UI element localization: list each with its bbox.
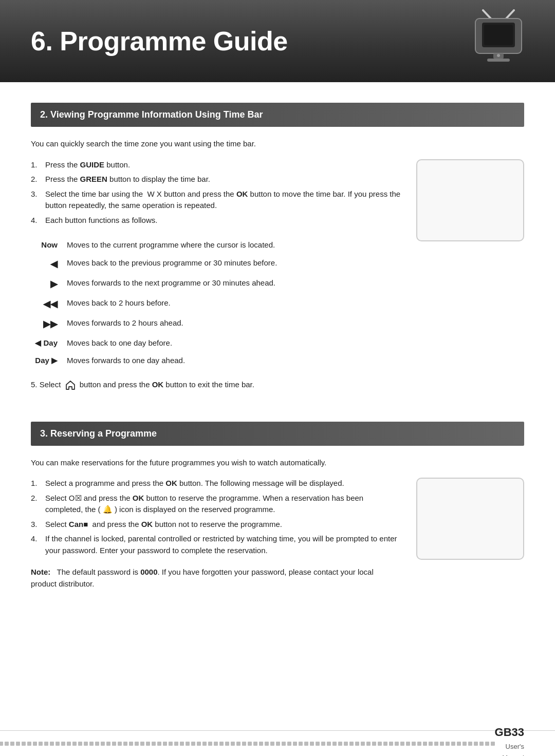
footer-dot bbox=[174, 742, 178, 746]
nav-desc-back: Moves back to the previous programme or … bbox=[67, 254, 401, 274]
nav-key-fwd2h: ▶▶ bbox=[31, 314, 67, 334]
footer-dot bbox=[474, 742, 478, 746]
footer-dot bbox=[140, 742, 144, 746]
footer-dot bbox=[383, 742, 387, 746]
exit-icon bbox=[65, 380, 76, 391]
note-block: Note: The default password is 0000. If y… bbox=[31, 566, 401, 590]
nav-key-day-fwd: Day ▶ bbox=[31, 352, 67, 370]
footer-dot bbox=[236, 742, 240, 746]
footer-dot bbox=[462, 742, 467, 746]
nav-desc-fwd: Moves forwards to the next programme or … bbox=[67, 274, 401, 294]
footer-dot bbox=[253, 742, 257, 746]
footer-dot bbox=[72, 742, 77, 746]
footer-dot bbox=[89, 742, 94, 746]
nav-row-day-fwd: Day ▶ Moves forwards to one day ahead. bbox=[31, 352, 401, 370]
footer-dot bbox=[95, 742, 99, 746]
footer-dot bbox=[10, 742, 14, 746]
section-1-image bbox=[416, 159, 524, 241]
section-2-heading: 3. Reserving a Programme bbox=[31, 422, 524, 446]
footer-dot bbox=[468, 742, 472, 746]
svg-line-0 bbox=[483, 10, 491, 18]
footer-dot bbox=[406, 742, 410, 746]
step-4: 4. Each button functions as follows. bbox=[31, 215, 401, 226]
footer-dot bbox=[304, 742, 308, 746]
footer-dot bbox=[417, 742, 421, 746]
footer-page-number: GB33 bbox=[495, 726, 524, 739]
footer-dot bbox=[349, 742, 354, 746]
footer-dot bbox=[169, 742, 173, 746]
section-1-body: 1. Press the GUIDE button. 2. Press the … bbox=[31, 159, 524, 406]
footer-dot bbox=[202, 742, 207, 746]
s2-step-2: 2. Select O☒ and press the OK button to … bbox=[31, 493, 401, 516]
svg-line-1 bbox=[506, 10, 514, 18]
footer-dot bbox=[479, 742, 484, 746]
footer-dot bbox=[270, 742, 274, 746]
footer-dot bbox=[152, 742, 156, 746]
section-1-intro: You can quickly search the time zone you… bbox=[31, 138, 524, 150]
s2-step-1: 1. Select a programme and press the OK b… bbox=[31, 478, 401, 489]
section-1-text: 1. Press the GUIDE button. 2. Press the … bbox=[31, 159, 401, 406]
footer-dots: // Generate dots inline document.addEven… bbox=[0, 742, 495, 746]
footer-dot bbox=[491, 742, 495, 746]
footer-dot bbox=[457, 742, 461, 746]
tv-icon bbox=[473, 9, 524, 66]
nav-desc-now: Moves to the current programme where the… bbox=[67, 236, 401, 254]
footer-dot bbox=[84, 742, 88, 746]
footer-dot bbox=[208, 742, 212, 746]
step-3: 3. Select the time bar using the W X but… bbox=[31, 188, 401, 212]
nav-key-fwd: ▶ bbox=[31, 274, 67, 294]
svg-marker-8 bbox=[66, 381, 75, 389]
svg-rect-4 bbox=[484, 25, 513, 45]
footer-dot bbox=[123, 742, 127, 746]
footer-dot bbox=[186, 742, 190, 746]
step-5-text: 5. Select button and press the OK button… bbox=[31, 379, 401, 391]
footer-dot bbox=[451, 742, 455, 746]
step-1: 1. Press the GUIDE button. bbox=[31, 159, 401, 171]
nav-key-now: Now bbox=[31, 236, 67, 254]
footer-dot bbox=[0, 742, 3, 746]
footer-manual-label: User's Manual bbox=[502, 743, 524, 757]
footer-dots-area: // Generate dots inline document.addEven… bbox=[0, 742, 495, 746]
footer-dot bbox=[332, 742, 337, 746]
footer-dot bbox=[400, 742, 404, 746]
nav-desc-day-back: Moves back to one day before. bbox=[67, 334, 401, 352]
nav-row-fwd: ▶ Moves forwards to the next programme o… bbox=[31, 274, 401, 294]
s2-step-3: 3. Select Can■ and press the OK button n… bbox=[31, 519, 401, 531]
section-2-steps: 1. Select a programme and press the OK b… bbox=[31, 478, 401, 556]
nav-row-back: ◀ Moves back to the previous programme o… bbox=[31, 254, 401, 274]
nav-key-back: ◀ bbox=[31, 254, 67, 274]
main-content: 2. Viewing Programme Information Using T… bbox=[0, 82, 555, 610]
footer-dot bbox=[395, 742, 399, 746]
footer-dot bbox=[27, 742, 31, 746]
nav-table: Now Moves to the current programme where… bbox=[31, 236, 401, 370]
footer-dot bbox=[157, 742, 161, 746]
footer-dot bbox=[485, 742, 489, 746]
svg-point-7 bbox=[497, 54, 500, 57]
footer-dot bbox=[197, 742, 201, 746]
footer-dot bbox=[50, 742, 54, 746]
footer-right: GB33 User's Manual bbox=[495, 724, 524, 757]
footer-dot bbox=[191, 742, 195, 746]
section-2-intro: You can make reservations for the future… bbox=[31, 457, 524, 469]
svg-rect-6 bbox=[487, 59, 510, 62]
step-2: 2. Press the GREEN button to display the… bbox=[31, 174, 401, 185]
footer-dot bbox=[78, 742, 82, 746]
footer-dot bbox=[378, 742, 382, 746]
footer-dot bbox=[389, 742, 393, 746]
footer-dot bbox=[55, 742, 60, 746]
footer-dot bbox=[44, 742, 48, 746]
footer-dot bbox=[321, 742, 325, 746]
section-2-text: 1. Select a programme and press the OK b… bbox=[31, 478, 401, 590]
page-wrapper: 6. Programme Guide 2. Viewing Programme … bbox=[0, 0, 555, 756]
footer-dot bbox=[163, 742, 167, 746]
footer-dot bbox=[33, 742, 37, 746]
note-label: Note: bbox=[31, 568, 50, 576]
footer-dot bbox=[214, 742, 218, 746]
footer-dot bbox=[16, 742, 20, 746]
footer-dot bbox=[355, 742, 359, 746]
footer-dot bbox=[299, 742, 303, 746]
footer-dot bbox=[101, 742, 105, 746]
section-2-image bbox=[416, 478, 524, 560]
footer-dot bbox=[440, 742, 444, 746]
footer-dot bbox=[135, 742, 139, 746]
